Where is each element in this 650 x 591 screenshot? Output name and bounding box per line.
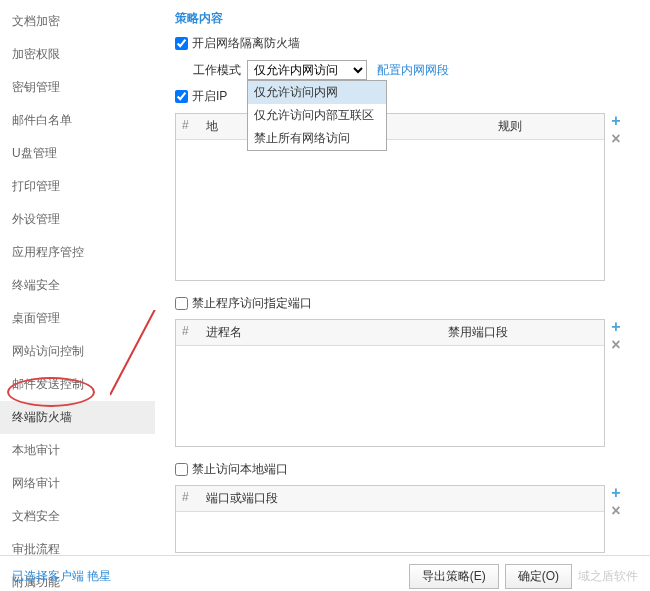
- add-icon[interactable]: +: [608, 485, 624, 501]
- sidebar-item-network-audit[interactable]: 网络审计: [0, 467, 155, 500]
- block-local-port-checkbox[interactable]: 禁止访问本地端口: [175, 461, 288, 478]
- block-process-checkbox[interactable]: 禁止程序访问指定端口: [175, 295, 312, 312]
- mode-option-block-all[interactable]: 禁止所有网络访问: [248, 127, 386, 150]
- col-num: #: [182, 118, 206, 135]
- block-process-input[interactable]: [175, 297, 188, 310]
- mode-option-intranet[interactable]: 仅允许访问内网: [248, 81, 386, 104]
- sidebar-item-label: 文档加密: [12, 14, 60, 28]
- sidebar-item-label: 加密权限: [12, 47, 60, 61]
- sidebar-item-label: 密钥管理: [12, 80, 60, 94]
- enable-ip-label: 开启IP: [192, 88, 227, 105]
- sidebar-item-key-mgmt[interactable]: 密钥管理: [0, 71, 155, 104]
- enable-ip-input[interactable]: [175, 90, 188, 103]
- add-icon[interactable]: +: [608, 319, 624, 335]
- block-process-label: 禁止程序访问指定端口: [192, 295, 312, 312]
- block-local-port-input[interactable]: [175, 463, 188, 476]
- col-num: #: [182, 490, 206, 507]
- col-process: 进程名: [206, 324, 448, 341]
- sidebar-item-label: 应用程序管控: [12, 245, 84, 259]
- sidebar-item-mail-whitelist[interactable]: 邮件白名单: [0, 104, 155, 137]
- add-icon[interactable]: +: [608, 113, 624, 129]
- table-body[interactable]: [176, 512, 604, 552]
- mode-label: 工作模式: [193, 62, 241, 79]
- ok-button[interactable]: 确定(O): [505, 564, 572, 589]
- enable-ip-checkbox[interactable]: 开启IP: [175, 88, 227, 105]
- port-table: # 端口或端口段: [175, 485, 605, 553]
- sidebar-item-app-control[interactable]: 应用程序管控: [0, 236, 155, 269]
- sidebar-item-label: 打印管理: [12, 179, 60, 193]
- footer-status: 已选择客户端 艳星: [12, 568, 111, 585]
- sidebar-item-label: U盘管理: [12, 146, 57, 160]
- sidebar-item-label: 文档安全: [12, 509, 60, 523]
- col-port: 端口或端口段: [206, 490, 598, 507]
- mode-select[interactable]: 仅允许内网访问: [247, 60, 367, 80]
- block-local-port-label: 禁止访问本地端口: [192, 461, 288, 478]
- sidebar-item-label: 邮件发送控制: [12, 377, 84, 391]
- sidebar-item-desktop[interactable]: 桌面管理: [0, 302, 155, 335]
- sidebar-item-usb[interactable]: U盘管理: [0, 137, 155, 170]
- sidebar-item-label: 本地审计: [12, 443, 60, 457]
- main-panel: 策略内容 开启网络隔离防火墙 工作模式 仅允许内网访问 仅允许访问内网 仅允许访…: [155, 0, 650, 555]
- sidebar-item-terminal-security[interactable]: 终端安全: [0, 269, 155, 302]
- sidebar-item-approval[interactable]: 审批流程: [0, 533, 155, 566]
- sidebar-item-label: 网站访问控制: [12, 344, 84, 358]
- sidebar-item-web-access[interactable]: 网站访问控制: [0, 335, 155, 368]
- sidebar-item-label: 终端防火墙: [12, 410, 72, 424]
- mode-dropdown: 仅允许访问内网 仅允许访问内部互联区 禁止所有网络访问: [247, 80, 387, 151]
- remove-icon[interactable]: ×: [608, 337, 624, 353]
- col-rule: 规则: [498, 118, 598, 135]
- remove-icon[interactable]: ×: [608, 131, 624, 147]
- table-header: # 进程名 禁用端口段: [176, 320, 604, 346]
- ip-table: # 地 规则: [175, 113, 605, 281]
- remove-icon[interactable]: ×: [608, 503, 624, 519]
- enable-firewall-label: 开启网络隔离防火墙: [192, 35, 300, 52]
- sidebar-item-label: 外设管理: [12, 212, 60, 226]
- sidebar-item-label: 邮件白名单: [12, 113, 72, 127]
- sidebar-item-firewall[interactable]: 终端防火墙: [0, 401, 155, 434]
- sidebar-item-peripheral[interactable]: 外设管理: [0, 203, 155, 236]
- section-title: 策略内容: [175, 10, 630, 27]
- sidebar-item-doc-encrypt[interactable]: 文档加密: [0, 5, 155, 38]
- sidebar-item-encrypt-perm[interactable]: 加密权限: [0, 38, 155, 71]
- sidebar-item-local-audit[interactable]: 本地审计: [0, 434, 155, 467]
- table-body[interactable]: [176, 346, 604, 446]
- col-port-range: 禁用端口段: [448, 324, 598, 341]
- sidebar-item-label: 桌面管理: [12, 311, 60, 325]
- table-header: # 地 规则: [176, 114, 604, 140]
- enable-firewall-checkbox[interactable]: 开启网络隔离防火墙: [175, 35, 300, 52]
- sidebar-item-label: 终端安全: [12, 278, 60, 292]
- export-button[interactable]: 导出策略(E): [409, 564, 499, 589]
- table-body[interactable]: [176, 140, 604, 280]
- sidebar-item-label: 网络审计: [12, 476, 60, 490]
- sidebar-item-mail-send[interactable]: 邮件发送控制: [0, 368, 155, 401]
- table-header: # 端口或端口段: [176, 486, 604, 512]
- sidebar-item-doc-security[interactable]: 文档安全: [0, 500, 155, 533]
- col-num: #: [182, 324, 206, 341]
- config-intranet-link[interactable]: 配置内网网段: [377, 62, 449, 79]
- sidebar-item-print[interactable]: 打印管理: [0, 170, 155, 203]
- mode-option-internal[interactable]: 仅允许访问内部互联区: [248, 104, 386, 127]
- process-table: # 进程名 禁用端口段: [175, 319, 605, 447]
- sidebar: 文档加密 加密权限 密钥管理 邮件白名单 U盘管理 打印管理 外设管理 应用程序…: [0, 0, 155, 555]
- sidebar-item-label: 审批流程: [12, 542, 60, 556]
- enable-firewall-input[interactable]: [175, 37, 188, 50]
- watermark: 域之盾软件: [578, 568, 638, 585]
